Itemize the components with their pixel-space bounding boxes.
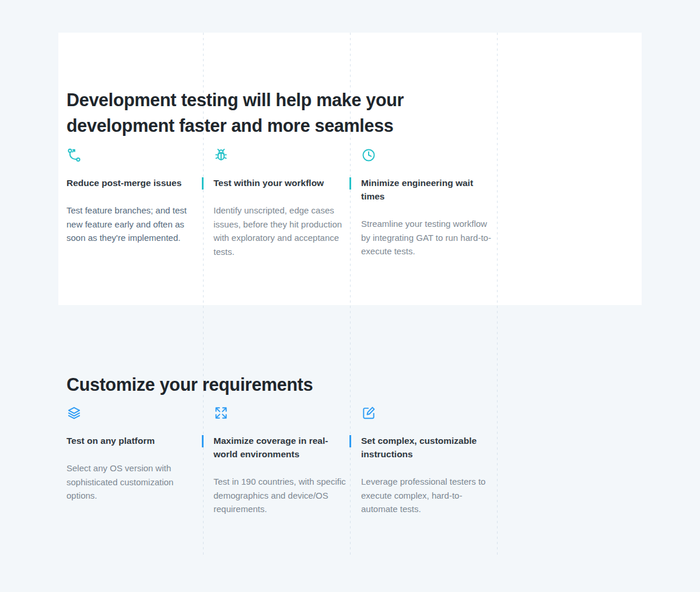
feature-minimize-wait-times: Minimize engineering wait times Streamli… [361, 148, 494, 258]
section-heading-customize-requirements: Customize your requirements [66, 372, 475, 397]
feature-maximize-coverage: Maximize coverage in real-world environm… [214, 405, 346, 516]
bug-icon [214, 148, 229, 163]
feature-test-any-platform: Test on any platform Select any OS versi… [66, 405, 200, 503]
feature-description: Select any OS version with sophisticated… [66, 461, 200, 503]
section-heading-development-testing: Development testing will help make your … [66, 87, 475, 138]
title-accent-bar [349, 435, 351, 447]
feature-description: Test feature branches; and test new feat… [66, 204, 200, 245]
feature-reduce-post-merge-issues: Reduce post-merge issues Test feature br… [66, 148, 200, 245]
feature-title: Test within your workflow [214, 176, 346, 190]
layers-icon [66, 405, 82, 421]
feature-test-within-workflow: Test within your workflow Identify unscr… [214, 148, 346, 258]
clock-icon [361, 148, 376, 163]
feature-title: Test on any platform [66, 434, 200, 447]
feature-description: Streamline your testing workflow by inte… [361, 217, 494, 258]
title-accent-bar [202, 435, 204, 447]
feature-title: Reduce post-merge issues [66, 176, 200, 190]
title-accent-bar [349, 177, 351, 190]
feature-description: Leverage professional testers to execute… [361, 475, 494, 516]
feature-title: Minimize engineering wait times [361, 176, 494, 203]
edit-icon [361, 405, 376, 421]
feature-title: Set complex, customizable instructions [361, 434, 494, 461]
feature-description: Test in 190 countries, with specific dem… [214, 475, 346, 516]
features-page: Development testing will help make your … [0, 0, 700, 592]
code-branch-icon [66, 148, 82, 163]
dashed-gridline [497, 33, 498, 557]
title-accent-bar [202, 177, 204, 190]
feature-title: Maximize coverage in real-world environm… [214, 434, 346, 461]
expand-arrows-icon [214, 405, 229, 421]
feature-description: Identify unscripted, edge cases issues, … [214, 204, 346, 258]
feature-set-complex-instructions: Set complex, customizable instructions L… [361, 405, 494, 516]
